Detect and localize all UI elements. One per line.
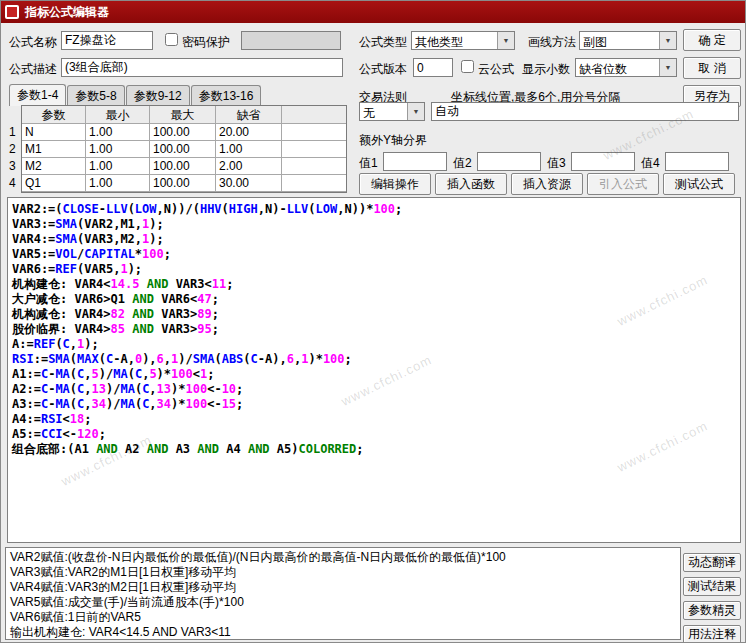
code-line: A5:=CCI<-120; xyxy=(12,427,736,442)
param-cell[interactable]: 100.00 xyxy=(150,124,216,141)
chevron-down-icon[interactable]: ▼ xyxy=(659,59,676,76)
formula-name-input[interactable] xyxy=(61,31,153,50)
code-line: 机构建仓: VAR4<14.5 AND VAR3<11; xyxy=(12,277,736,292)
code-line: VAR3:=SMA(VAR2,M1,1); xyxy=(12,217,736,232)
param-header-row: 参数最小最大缺省 xyxy=(22,106,346,124)
tab-params-13-16[interactable]: 参数13-16 xyxy=(191,85,262,106)
tab-params-5-8[interactable]: 参数5-8 xyxy=(67,85,124,106)
code-editor[interactable]: VAR2:=(CLOSE-LLV(LOW,N))/(HHV(HIGH,N)-LL… xyxy=(7,197,741,543)
param-row-filler xyxy=(282,158,346,175)
password-input xyxy=(241,31,341,50)
extra-y-label-1: 值1 xyxy=(359,155,378,172)
extra-y-input-3[interactable] xyxy=(571,152,635,171)
param-row-filler xyxy=(282,141,346,158)
param-col-header: 最小 xyxy=(86,106,150,124)
param-col-header: 缺省 xyxy=(216,106,282,124)
decimal-display-label: 显示小数 xyxy=(522,61,570,78)
code-line: 组合底部:(A1 AND A2 AND A3 AND A4 AND A5)COL… xyxy=(12,442,736,457)
tab-params-1-4[interactable]: 参数1-4 xyxy=(9,84,66,106)
param-row: M11.00100.001.00 xyxy=(22,141,346,158)
insert-resource-button[interactable]: 插入资源 xyxy=(511,173,583,195)
titlebar[interactable]: 指标公式编辑器 xyxy=(1,1,745,23)
param-cell[interactable]: Q1 xyxy=(22,175,86,192)
param-row: M21.00100.002.00 xyxy=(22,158,346,175)
param-row-filler xyxy=(282,124,346,141)
formula-editor-window: 指标公式编辑器 公式名称 密码保护 公式类型 其他类型 ▼ 画线方法 副图 ▼ … xyxy=(0,0,746,643)
formula-version-input[interactable] xyxy=(413,58,453,77)
draw-method-value: 副图 xyxy=(583,34,658,51)
param-cell[interactable]: 30.00 xyxy=(216,175,282,192)
param-cell[interactable]: 100.00 xyxy=(150,175,216,192)
coord-line-input[interactable] xyxy=(431,102,739,121)
param-cell[interactable]: 1.00 xyxy=(86,175,150,192)
code-line: VAR4:=SMA(VAR3,M2,1); xyxy=(12,232,736,247)
code-line: RSI:=SMA(MAX(C-A,0),6,1)/SMA(ABS(C-A),6,… xyxy=(12,352,736,367)
param-cell[interactable]: 1.00 xyxy=(86,158,150,175)
insert-function-button[interactable]: 插入函数 xyxy=(435,173,507,195)
extra-y-input-2[interactable] xyxy=(477,152,541,171)
decimal-display-select[interactable]: 缺省位数 ▼ xyxy=(575,58,677,77)
window-title: 指标公式编辑器 xyxy=(25,4,109,21)
extra-y-label-4: 值4 xyxy=(641,155,660,172)
formula-desc-input[interactable] xyxy=(61,58,343,77)
chevron-down-icon[interactable]: ▼ xyxy=(407,103,424,120)
app-icon xyxy=(5,5,19,19)
tab-params-9-12[interactable]: 参数9-12 xyxy=(126,85,190,106)
cloud-formula-checkbox[interactable] xyxy=(461,60,474,73)
param-cell[interactable]: 100.00 xyxy=(150,158,216,175)
formula-desc-label: 公式描述 xyxy=(9,61,57,78)
param-cell[interactable]: N xyxy=(22,124,86,141)
chevron-down-icon[interactable]: ▼ xyxy=(497,32,514,49)
extra-y-input-4[interactable] xyxy=(665,152,729,171)
chevron-down-icon[interactable]: ▼ xyxy=(659,32,676,49)
param-cell[interactable]: 20.00 xyxy=(216,124,282,141)
param-cell[interactable]: M1 xyxy=(22,141,86,158)
formula-type-select[interactable]: 其他类型 ▼ xyxy=(411,31,515,50)
translation-line: VAR6赋值:1日前的VAR5 xyxy=(10,610,676,625)
translation-panel[interactable]: VAR2赋值:(收盘价-N日内最低价的最低值)/(N日内最高价的最高值-N日内最… xyxy=(5,547,681,640)
param-cell[interactable]: 1.00 xyxy=(216,141,282,158)
trade-rule-select[interactable]: 无 ▼ xyxy=(359,102,425,121)
code-line: 机构减仓: VAR4>82 AND VAR3>89; xyxy=(12,307,736,322)
translation-line: VAR2赋值:(收盘价-N日内最低价的最低值)/(N日内最高价的最高值-N日内最… xyxy=(10,550,676,565)
dynamic-translate-button[interactable]: 动态翻译 xyxy=(683,553,741,572)
edit-ops-button[interactable]: 编辑操作 xyxy=(359,173,431,195)
code-line: A:=REF(C,1); xyxy=(12,337,736,352)
cancel-button[interactable]: 取 消 xyxy=(683,57,741,79)
code-line: A3:=C-MA(C,34)/MA(C,34)*100<-15; xyxy=(12,397,736,412)
code-line: 大户减仓: VAR6>Q1 AND VAR6<47; xyxy=(12,292,736,307)
usage-notes-button[interactable]: 用法注释 xyxy=(683,625,741,643)
param-row-number: 1 xyxy=(9,125,21,142)
param-row-number: 3 xyxy=(9,159,21,176)
code-line: A4:=RSI<18; xyxy=(12,412,736,427)
formula-name-label: 公式名称 xyxy=(9,34,57,51)
code-line: 股价临界: VAR4>85 AND VAR3>95; xyxy=(12,322,736,337)
code-line: VAR6:=REF(VAR5,1); xyxy=(12,262,736,277)
extra-y-input-1[interactable] xyxy=(383,152,447,171)
test-result-button[interactable]: 测试结果 xyxy=(683,577,741,596)
param-wizard-button[interactable]: 参数精灵 xyxy=(683,601,741,620)
param-cell[interactable]: 1.00 xyxy=(86,141,150,158)
translation-line: VAR5赋值:成交量(手)/当前流通股本(手)*100 xyxy=(10,595,676,610)
extra-y-label-3: 值3 xyxy=(547,155,566,172)
draw-method-select[interactable]: 副图 ▼ xyxy=(579,31,677,50)
password-protect-checkbox[interactable] xyxy=(165,33,178,46)
formula-type-label: 公式类型 xyxy=(359,34,407,51)
param-table: 参数最小最大缺省N1.00100.0020.00M11.00100.001.00… xyxy=(21,105,347,193)
param-header-filler xyxy=(282,106,346,124)
decimal-display-value: 缺省位数 xyxy=(579,61,658,78)
param-row-filler xyxy=(282,175,346,192)
ok-button[interactable]: 确 定 xyxy=(683,29,741,51)
param-row-number: 4 xyxy=(9,176,21,193)
code-line: VAR5:=VOL/CAPITAL*100; xyxy=(12,247,736,262)
param-cell[interactable]: 2.00 xyxy=(216,158,282,175)
param-cell[interactable]: M2 xyxy=(22,158,86,175)
param-cell[interactable]: 1.00 xyxy=(86,124,150,141)
password-protect-label: 密码保护 xyxy=(182,34,230,51)
formula-version-label: 公式版本 xyxy=(359,61,407,78)
param-tabs: 参数1-4参数5-8参数9-12参数13-16 xyxy=(9,85,262,106)
param-row: N1.00100.0020.00 xyxy=(22,124,346,141)
trade-rule-value: 无 xyxy=(363,105,406,122)
test-formula-button[interactable]: 测试公式 xyxy=(663,173,735,195)
param-cell[interactable]: 100.00 xyxy=(150,141,216,158)
